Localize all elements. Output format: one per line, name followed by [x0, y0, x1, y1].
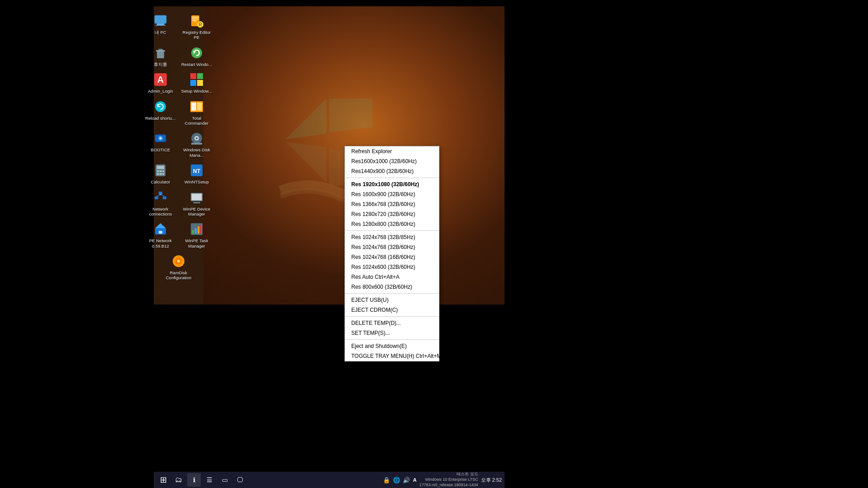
menu-res1600x900[interactable]: Res 1600x900 (32B/60Hz)	[345, 189, 439, 199]
window-button[interactable]: ▭	[218, 473, 231, 487]
menu-refresh-explorer[interactable]: Refresh Explorer	[345, 146, 439, 156]
svg-rect-37	[160, 173, 162, 175]
svg-rect-32	[157, 166, 164, 169]
icon-total-commander[interactable]: Total Commander	[179, 97, 214, 128]
start-button[interactable]: ⊞	[156, 473, 170, 487]
taskbar-os-info: 태스트 모드 Windows 10 Enterprise LTSC 17763.…	[419, 472, 478, 488]
tray-lock-icon[interactable]: 🔒	[383, 477, 390, 483]
tray-network-icon[interactable]: 🌐	[393, 477, 400, 483]
svg-rect-22	[191, 103, 196, 111]
menu-eject-cdrom[interactable]: EJECT CDROM(C)	[345, 305, 439, 315]
icon-windows-disk-manager-label: Windows Disk Mana...	[180, 147, 213, 158]
icon-recyclebin[interactable]: 휴지통	[143, 43, 178, 69]
icon-my-pc[interactable]: 내 PC	[143, 11, 178, 42]
icon-setup-windows[interactable]: Setup Window...	[179, 70, 214, 95]
menu-divider-4	[345, 316, 439, 317]
black-left-border	[0, 0, 154, 488]
icon-registry-editor-label: Registry Editor PE	[180, 30, 213, 40]
icon-registry-editor[interactable]: R Registry Editor PE	[179, 11, 214, 42]
tray-volume-icon[interactable]: 🔊	[403, 477, 410, 483]
svg-rect-2	[156, 25, 165, 26]
svg-rect-53	[192, 230, 194, 234]
icon-winpe-task-manager-label: WinPE Task Manager	[180, 238, 213, 249]
menu-res800x600[interactable]: Res 800x600 (32B/60Hz)	[345, 282, 439, 292]
menu-delete-temp[interactable]: DELETE TEMP(D)...	[345, 318, 439, 328]
menu-res1600x1000[interactable]: Res1600x1000 (32B/60Hz)	[345, 156, 439, 166]
menu-eject-shutdown[interactable]: Eject and Shutdown(E)	[345, 341, 439, 351]
icon-winpe-device-manager[interactable]: WinPE Device Manager	[179, 188, 214, 219]
svg-rect-6	[192, 20, 197, 21]
context-menu: Refresh Explorer Res1600x1000 (32B/60Hz)…	[344, 146, 439, 361]
icon-winntsetup-label: WinNTSetup	[184, 179, 209, 184]
svg-rect-56	[200, 225, 202, 234]
icon-winpe-device-manager-label: WinPE Device Manager	[180, 206, 213, 217]
menu-res1280x800[interactable]: Res 1280x800 (32B/60Hz)	[345, 219, 439, 229]
icon-admin-login[interactable]: A Admin_Login	[143, 70, 178, 95]
icon-total-commander-label: Total Commander	[180, 116, 213, 126]
menu-res1024x768-85[interactable]: Res 1024x768 (32B/85Hz)	[345, 232, 439, 242]
menu-res1920x1080[interactable]: Res 868x488 (32B/60Hz)	[345, 179, 439, 189]
icon-ramdisk-label: RamDisk Configuration	[162, 270, 195, 281]
svg-rect-0	[155, 15, 166, 23]
icon-admin-login-label: Admin_Login	[148, 89, 173, 94]
icon-bootice[interactable]: BOOTICE	[143, 128, 178, 160]
menu-res1024x768-60[interactable]: Res 1024x768 (32B/60Hz)	[345, 242, 439, 252]
icon-pe-network[interactable]: PE Network 0.59.B12	[143, 219, 178, 250]
icon-calculator[interactable]: Calculator	[143, 160, 178, 186]
icon-restart-windows[interactable]: Restart Windo...	[179, 43, 214, 69]
svg-rect-43	[163, 197, 166, 199]
menu-divider-2	[345, 230, 439, 231]
menu-res1366x768[interactable]: Res 1366x768 (32B/60Hz)	[345, 199, 439, 209]
menu-res1280x720[interactable]: Res 1280x720 (32B/60Hz)	[345, 209, 439, 219]
menu-eject-usb[interactable]: EJECT USB(U)	[345, 295, 439, 305]
svg-rect-19	[197, 80, 203, 86]
icon-ramdisk[interactable]: RamDisk Configuration	[161, 251, 196, 282]
menu-button[interactable]: ☰	[203, 473, 216, 487]
info-button[interactable]: ℹ	[187, 473, 201, 487]
black-bottom-border	[154, 305, 505, 488]
svg-text:A: A	[157, 75, 164, 84]
menu-res1440x900[interactable]: Res1440x900 (32B/60Hz)	[345, 166, 439, 176]
icon-winpe-task-manager[interactable]: WinPE Task Manager	[179, 219, 214, 250]
svg-rect-4	[192, 17, 198, 18]
icon-calculator-label: Calculator	[151, 179, 170, 184]
svg-rect-38	[162, 173, 164, 175]
svg-point-59	[177, 260, 180, 263]
icon-windows-disk-manager[interactable]: Windows Disk Mana...	[179, 128, 214, 160]
menu-divider-5	[345, 339, 439, 340]
icon-reload-shortcut[interactable]: Reload shortu...	[143, 97, 178, 128]
tray-language-icon[interactable]: A	[413, 477, 416, 483]
icon-setup-windows-label: Setup Window...	[181, 89, 212, 94]
svg-rect-35	[162, 170, 164, 172]
svg-rect-51	[159, 231, 162, 234]
svg-point-46	[160, 193, 161, 195]
svg-rect-48	[192, 194, 202, 200]
svg-rect-33	[157, 170, 159, 172]
svg-point-29	[196, 137, 198, 139]
svg-rect-54	[195, 228, 197, 234]
svg-text:R: R	[198, 22, 202, 27]
taskbar-build-label: 17763.rs5_release.180914-1434	[419, 483, 478, 488]
menu-res1024x600[interactable]: Res 1024x600 (32B/60Hz)	[345, 262, 439, 272]
svg-rect-17	[197, 73, 203, 79]
taskbar-os-label: Windows 10 Enterprise LTSC	[419, 477, 478, 483]
svg-rect-49	[193, 202, 200, 203]
svg-point-26	[160, 137, 161, 139]
sidebar: 내 PC R Registry Editor PE 휴지통 Restart Wi…	[154, 6, 203, 305]
menu-res1024x768-16[interactable]: Res 1024x768 (16B/60Hz)	[345, 252, 439, 262]
icon-network-connections[interactable]: Network connections	[143, 188, 178, 219]
svg-rect-11	[158, 49, 163, 50]
menu-set-temp[interactable]: SET TEMP(S)...	[345, 328, 439, 338]
menu-res-auto[interactable]: Res Auto Ctrl+Alt+A	[345, 272, 439, 282]
svg-point-12	[191, 47, 202, 58]
menu-divider-1	[345, 178, 439, 178]
icon-recyclebin-label: 휴지통	[154, 62, 167, 67]
display-button[interactable]: 🖵	[233, 473, 247, 487]
icon-my-pc-label: 내 PC	[155, 30, 166, 35]
menu-divider-3	[345, 293, 439, 294]
menu-toggle-tray[interactable]: TOGGLE TRAY MENU(H) Ctrl+Alt+M	[345, 351, 439, 361]
icon-winntsetup[interactable]: NT WinNTSetup	[179, 160, 214, 186]
svg-rect-34	[160, 170, 162, 172]
taskbar-right: 🔒 🌐 🔊 A 태스트 모드 Windows 10 Enterprise LTS…	[383, 472, 502, 488]
file-explorer-button[interactable]: 🗂	[172, 473, 185, 487]
